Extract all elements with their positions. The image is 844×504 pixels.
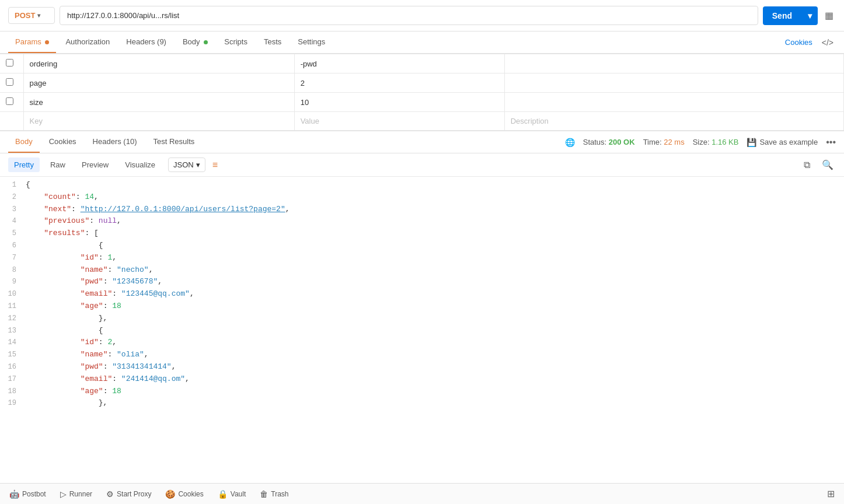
resp-tab-headers[interactable]: Headers (10) [86,131,144,153]
tab-authorization[interactable]: Authorization [58,32,117,53]
filter-icon-button[interactable]: ≡ [210,158,220,173]
view-tab-preview[interactable]: Preview [76,158,114,172]
json-line: 19 }, [0,397,844,410]
method-select[interactable]: POST ▾ [8,7,55,24]
json-punctuation: : [89,216,99,225]
tab-params[interactable]: Params [8,32,56,53]
more-options-button[interactable]: ••• [826,137,836,148]
tab-scripts[interactable]: Scripts [217,32,254,53]
row2-description[interactable] [504,74,843,93]
json-punctuation: : [76,192,85,201]
new-description-placeholder[interactable]: Description [504,112,843,131]
row3-key[interactable]: size [23,93,294,112]
line-number: 12 [5,313,26,324]
trash-button[interactable]: 🗑 Trash [260,489,288,499]
json-line: 5 "results": [ [0,228,844,240]
json-key: "age" [81,387,103,396]
resp-tab-body[interactable]: Body [8,131,40,153]
copy-icon-button[interactable]: ⧉ [801,158,812,173]
row2-key[interactable]: page [23,74,294,93]
comment-icon-button[interactable]: ▦ [822,8,836,23]
row3-value[interactable]: 10 [294,93,504,112]
json-punctuation: : [103,302,113,310]
postbot-label: Postbot [22,490,46,498]
time-label: Time: 22 ms [643,138,685,146]
params-area: ordering -pwd page 2 size 10 Key Value D [0,54,844,131]
view-tab-raw[interactable]: Raw [44,158,71,172]
view-tab-visualize[interactable]: Visualize [119,158,161,172]
format-select[interactable]: JSON ▾ [168,158,205,172]
time-value: 22 ms [664,138,684,146]
row1-value[interactable]: -pwd [294,54,504,74]
method-chevron-icon: ▾ [37,12,40,19]
json-link[interactable]: "http://127.0.0.1:8000/api/users/list?pa… [81,205,285,214]
row1-description[interactable] [504,54,843,74]
postbot-button[interactable]: 🤖 Postbot [9,489,46,499]
runner-button[interactable]: ▷ Runner [60,489,92,499]
row1-checkbox[interactable] [6,59,13,66]
vault-button[interactable]: 🔒 Vault [218,489,246,499]
tab-headers[interactable]: Headers (9) [119,32,173,53]
vault-label: Vault [231,490,246,498]
json-null: null [99,216,117,225]
line-number: 3 [5,204,26,215]
save-icon: 💾 [747,138,756,147]
cookies-link[interactable]: Cookies [785,38,812,47]
view-tab-pretty[interactable]: Pretty [8,158,40,172]
row1-key[interactable]: ordering [23,54,294,74]
cookies-bottom-button[interactable]: 🍪 Cookies [165,489,203,499]
line-number: 2 [5,192,26,203]
json-punctuation: : [99,253,108,262]
json-punctuation: , [158,277,162,286]
json-content: { [26,179,30,191]
row2-checkbox[interactable] [6,78,13,86]
json-number: 14 [85,192,94,201]
new-value-placeholder[interactable]: Value [294,112,504,131]
json-content: "age": 18 [26,300,121,313]
search-icon-button[interactable]: 🔍 [819,157,836,173]
json-line: 15 "name": "olia", [0,349,844,361]
tab-settings[interactable]: Settings [291,32,332,53]
line-number: 7 [5,253,26,264]
resp-tab-test-results[interactable]: Test Results [146,131,201,153]
tab-scripts-label: Scripts [224,37,247,46]
line-number: 1 [5,180,26,191]
trash-label: Trash [271,490,288,498]
params-dot [45,40,49,44]
line-number: 14 [5,337,26,348]
send-button[interactable]: Send ▾ [763,6,818,25]
json-content: "age": 18 [26,386,121,398]
url-input[interactable] [60,6,758,25]
json-number: 18 [112,387,121,396]
code-icon-button[interactable]: </> [819,36,836,50]
view-tab-preview-label: Preview [82,160,109,169]
proxy-icon: ⚙ [106,489,114,499]
row3-description[interactable] [504,93,843,112]
row2-value[interactable]: 2 [294,74,504,93]
postbot-icon: 🤖 [9,489,19,499]
tab-tests[interactable]: Tests [257,32,288,53]
format-label: JSON [173,160,194,169]
json-key: "email" [81,289,113,298]
row3-checkbox[interactable] [6,97,13,105]
json-punctuation: , [94,192,99,201]
json-punctuation: , [190,289,194,298]
json-viewer[interactable]: 1{2 "count": 14,3 "next": "http://127.0.… [0,177,844,483]
resp-tab-cookies[interactable]: Cookies [42,131,83,153]
send-arrow-icon[interactable]: ▾ [802,11,818,20]
grid-icon-button[interactable]: ⊞ [827,488,835,499]
tab-body[interactable]: Body [176,32,215,53]
json-punctuation: : [71,205,81,214]
start-proxy-button[interactable]: ⚙ Start Proxy [106,489,151,499]
save-example-button[interactable]: 💾 Save as example [747,138,818,147]
json-key: "name" [81,350,108,359]
table-row: size 10 [0,93,844,112]
size-value: 1.16 KB [712,138,738,146]
json-punctuation: , [117,216,121,225]
json-key: "results" [44,229,85,237]
json-content: }, [26,313,107,325]
new-key-placeholder[interactable]: Key [23,112,294,131]
request-tabs: Params Authorization Headers (9) Body Sc… [0,32,844,54]
json-line: 14 "id": 2, [0,337,844,349]
line-number: 9 [5,276,26,288]
